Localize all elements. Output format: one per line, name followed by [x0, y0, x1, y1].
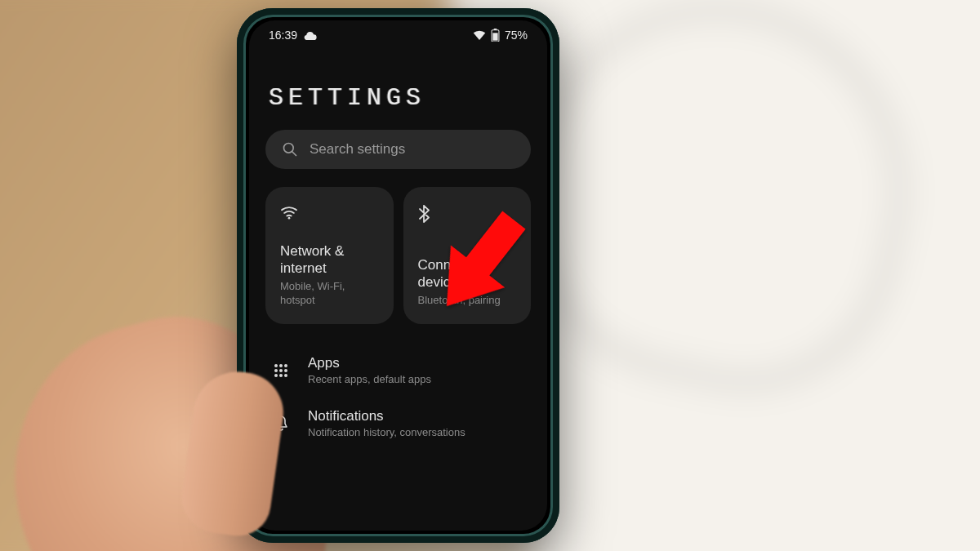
battery-percent: 75%: [505, 29, 528, 42]
wifi-status-icon: [473, 30, 486, 40]
svg-point-5: [288, 217, 291, 220]
svg-point-11: [284, 369, 287, 372]
status-time: 16:39: [269, 29, 297, 42]
battery-icon: [491, 29, 500, 42]
svg-point-12: [274, 374, 278, 377]
svg-point-13: [279, 374, 283, 377]
apps-icon: [274, 363, 288, 378]
svg-point-14: [284, 374, 287, 377]
svg-line-4: [292, 152, 296, 156]
search-settings-button[interactable]: Search settings: [265, 130, 531, 169]
page-title: SETTINGS: [249, 45, 547, 130]
list-subtitle: Notification history, conversations: [308, 426, 524, 438]
svg-point-9: [274, 369, 278, 372]
list-item-notifications[interactable]: Notifications Notification history, conv…: [249, 397, 547, 450]
svg-point-10: [279, 369, 283, 372]
tile-subtitle: Mobile, Wi-Fi, hotspot: [280, 280, 379, 308]
list-title: Notifications: [308, 408, 524, 424]
cloud-icon: [302, 30, 317, 40]
search-placeholder: Search settings: [310, 141, 405, 158]
status-bar: 16:39 75%: [249, 20, 547, 45]
list-title: Apps: [308, 355, 524, 371]
svg-point-7: [279, 364, 283, 367]
list-subtitle: Recent apps, default apps: [308, 373, 524, 385]
svg-point-6: [274, 364, 278, 367]
tile-title: Network & internet: [280, 242, 379, 278]
search-icon: [282, 141, 298, 158]
svg-rect-2: [492, 33, 497, 40]
svg-point-8: [284, 364, 287, 367]
tile-network-internet[interactable]: Network & internet Mobile, Wi-Fi, hotspo…: [265, 187, 394, 324]
bluetooth-icon: [418, 205, 430, 223]
list-item-apps[interactable]: Apps Recent apps, default apps: [249, 344, 547, 397]
wifi-icon: [280, 205, 298, 220]
